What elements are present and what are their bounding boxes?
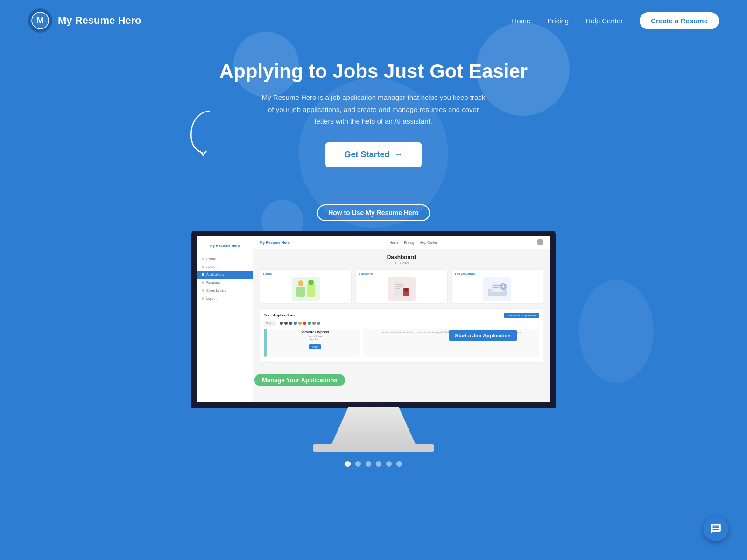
create-resume-button[interactable]: Create a Resume — [640, 12, 719, 29]
job-title: Software Engineer — [272, 330, 358, 334]
job-info: Software Engineer Acme Corp Applied View — [269, 329, 360, 357]
logo-icon: M — [28, 8, 52, 33]
slide-dot-1[interactable] — [345, 461, 351, 467]
sidebar-label-account: Account — [206, 265, 218, 268]
color-dot-8[interactable] — [312, 322, 316, 325]
topbar-link-home: Home — [390, 241, 399, 244]
how-to-use-button[interactable]: How to Use My Resume Hero — [317, 204, 430, 221]
sidebar-dot — [202, 297, 204, 300]
svg-point-5 — [308, 280, 314, 285]
color-dot-1[interactable] — [280, 322, 283, 325]
dashboard-title: Dashboard — [260, 254, 543, 260]
svg-rect-15 — [493, 287, 499, 288]
nav-help[interactable]: Help Center — [585, 17, 623, 25]
app-sidebar-brand: My Resume Hero — [197, 241, 253, 251]
hero-title: Applying to Jobs Just Got Easier — [0, 60, 747, 83]
logo-text: My Resume Hero — [58, 14, 141, 27]
app-card-cover: 1 Cover Letters — [451, 269, 543, 304]
sidebar-item-account[interactable]: Account — [197, 263, 253, 271]
card-jobs-img — [292, 277, 320, 301]
app-applications-section: Your Applications Start a Job Applicatio… — [260, 308, 543, 363]
topbar-link-help: Help Center — [420, 241, 437, 244]
card-resumes-img — [388, 277, 416, 301]
manage-applications-badge: Manage Your Applications — [254, 374, 345, 386]
svg-text:M: M — [37, 16, 44, 25]
deco-right-circle — [579, 280, 654, 383]
topbar-link-pricing: Pricing — [404, 241, 414, 244]
slide-dot-3[interactable] — [366, 461, 371, 467]
sidebar-item-logout[interactable]: Logout — [197, 294, 253, 302]
color-dot-3[interactable] — [289, 322, 292, 325]
job-company: Acme Corp — [272, 335, 358, 337]
monitor-stand — [331, 407, 416, 444]
sidebar-item-profile[interactable]: Profile — [197, 255, 253, 263]
sidebar-label-logout: Logout — [206, 297, 216, 300]
app-card-jobs: 1 Jobs — [260, 269, 352, 304]
filter-row: Sort ↓ — [264, 321, 539, 326]
card-jobs-label: 1 Jobs — [263, 273, 272, 275]
card-cover-img — [483, 277, 511, 301]
applications-section-title: Your Applications — [264, 313, 296, 317]
slide-dots — [0, 461, 747, 467]
sidebar-dot — [202, 258, 204, 260]
color-dot-2[interactable] — [284, 322, 288, 325]
get-started-button[interactable]: Get Started → — [325, 142, 421, 167]
svg-rect-7 — [395, 284, 403, 285]
navbar: M My Resume Hero Home Pricing Help Cente… — [0, 0, 747, 41]
sidebar-item-applications[interactable]: Applications — [197, 271, 253, 279]
sidebar-label-applications: Applications — [206, 273, 224, 276]
slide-dot-4[interactable] — [376, 461, 381, 467]
color-dot-5[interactable] — [298, 322, 302, 325]
dashboard-date: JULY 2024 — [260, 261, 543, 265]
app-topbar-links: Home Pricing Help Center — [390, 241, 437, 244]
svg-rect-9 — [395, 288, 400, 289]
app-sidebar: My Resume Hero Profile Account Applicati… — [197, 236, 253, 402]
svg-point-11 — [404, 288, 408, 292]
sidebar-label-cover: Cover Letters — [206, 289, 226, 292]
app-screenshot: My Resume Hero Profile Account Applicati… — [197, 236, 550, 402]
start-job-app-button[interactable]: Start a Job Application — [504, 313, 539, 318]
monitor-container: Manage Your Applications My Resume Hero … — [187, 231, 560, 452]
sidebar-label-profile: Profile — [206, 257, 216, 260]
svg-point-4 — [298, 280, 303, 286]
svg-rect-2 — [296, 287, 305, 297]
svg-rect-3 — [307, 284, 315, 297]
app-cards-row: 1 Jobs — [260, 269, 543, 304]
app-topbar: My Resume Hero Home Pricing Help Center — [253, 236, 550, 249]
job-view-button[interactable]: View — [309, 344, 321, 349]
arrow-icon: → — [395, 150, 403, 160]
filter-sort-button[interactable]: Sort ↓ — [264, 321, 276, 326]
svg-rect-8 — [395, 286, 403, 287]
slide-dot-6[interactable] — [396, 461, 402, 467]
chat-icon — [710, 523, 722, 535]
color-dot-6[interactable] — [303, 322, 306, 325]
color-dot-9[interactable] — [317, 322, 320, 325]
how-to-use-area: How to Use My Resume Hero — [0, 204, 747, 221]
sidebar-dot — [202, 266, 204, 268]
sidebar-item-resumes[interactable]: Resumes — [197, 279, 253, 287]
color-dots — [280, 322, 320, 325]
card-resumes-label: 1 Resumes — [359, 273, 374, 275]
chat-widget-button[interactable] — [703, 516, 728, 541]
job-status-color-bar — [264, 329, 267, 357]
app-content: Dashboard JULY 2024 1 Jobs — [253, 249, 550, 367]
sidebar-dot — [202, 281, 204, 284]
job-status: Applied — [272, 338, 358, 341]
color-dot-7[interactable] — [308, 322, 311, 325]
app-topbar-brand: My Resume Hero — [260, 240, 290, 245]
sidebar-label-resumes: Resumes — [206, 281, 220, 284]
slide-dot-5[interactable] — [386, 461, 392, 467]
hero-description: My Resume Hero is a job application mana… — [261, 91, 486, 127]
app-card-resumes: 1 Resumes — [355, 269, 447, 304]
slide-dot-2[interactable] — [355, 461, 361, 467]
sidebar-dot — [202, 289, 204, 292]
nav-pricing[interactable]: Pricing — [547, 17, 569, 25]
color-dot-4[interactable] — [294, 322, 297, 325]
hero-section: Applying to Jobs Just Got Easier My Resu… — [0, 41, 747, 467]
logo-area: M My Resume Hero — [28, 8, 141, 33]
app-applications-header: Your Applications Start a Job Applicatio… — [264, 313, 539, 318]
get-started-label: Get Started — [344, 150, 389, 160]
sidebar-item-cover-letters[interactable]: Cover Letters — [197, 287, 253, 294]
nav-home[interactable]: Home — [512, 17, 530, 25]
start-job-application-badge: Start a Job Application — [449, 330, 517, 341]
